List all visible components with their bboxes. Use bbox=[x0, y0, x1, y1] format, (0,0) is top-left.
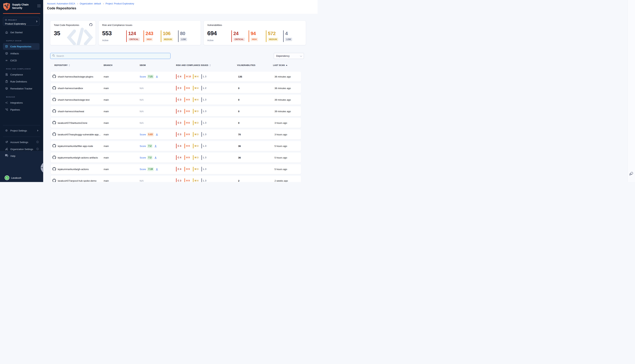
sidebar-item-project-settings[interactable]: ⚙ Project Settings bbox=[3, 127, 40, 134]
sidebar-item-integrations[interactable]: Integrations bbox=[3, 99, 40, 106]
table-row[interactable]: shash-harness/backstage-test main N/A C … bbox=[51, 95, 301, 105]
issues-cell: C 4H 9M 3L 3 bbox=[176, 164, 210, 174]
column-header-last-scan[interactable]: LAST SCAN bbox=[273, 64, 287, 66]
branch-cell: main bbox=[104, 164, 109, 174]
table-row[interactable]: tejakummarikuntla/filler-app-node main S… bbox=[51, 141, 301, 151]
download-sbom-icon[interactable] bbox=[156, 168, 158, 170]
high-issues-chip: H 8 bbox=[185, 109, 192, 114]
table-row[interactable]: tejakummarikuntla/gh-actions-artifacts m… bbox=[51, 152, 301, 162]
sidebar-item-get-started[interactable]: Get Started bbox=[3, 29, 40, 36]
repository-name[interactable]: shash-harness/sandbox bbox=[58, 87, 83, 90]
repository-name[interactable]: tejakummarikuntla/gh-actions-artifacts bbox=[58, 156, 98, 159]
branch-cell: main bbox=[104, 118, 109, 128]
sidebar-item-compliance[interactable]: Compliance bbox=[3, 71, 40, 78]
sbom-score-value: 7.2 bbox=[147, 144, 153, 148]
download-sbom-icon[interactable] bbox=[154, 156, 157, 159]
high-issues-chip: H 10 bbox=[185, 74, 192, 79]
table-row[interactable]: shash-harness/sandbox main N/A C 3H 8M 4… bbox=[51, 83, 301, 93]
repository-name[interactable]: shash-harness/shashwat bbox=[58, 110, 84, 113]
sidebar-item-code-repositories[interactable]: </> Code Repositories bbox=[3, 43, 40, 50]
artifacts-cube-icon bbox=[5, 52, 8, 55]
repository-name[interactable]: lavakush07/StarbucksClone bbox=[58, 122, 87, 124]
medium-issues-chip: M 4 bbox=[193, 86, 201, 90]
app-grid-icon[interactable] bbox=[37, 4, 41, 8]
sbom-na-value: N/A bbox=[140, 122, 144, 124]
breadcrumb-project-link[interactable]: Project: Product Exploratory bbox=[106, 2, 134, 5]
table-row[interactable]: lavakush07/StarbucksClone main N/A C 3H … bbox=[51, 118, 301, 128]
sbom-score-value: 7.19 bbox=[147, 167, 154, 171]
sbom-score-label[interactable]: Score bbox=[140, 75, 146, 78]
sbom-score-label[interactable]: Score bbox=[140, 133, 146, 136]
sbom-score-label[interactable]: Score bbox=[140, 156, 146, 159]
github-icon bbox=[52, 109, 56, 114]
high-issues-chip: H 9 bbox=[185, 97, 192, 102]
repository-name[interactable]: lavakush07/easybuggy-vulnerable-app... bbox=[58, 133, 101, 136]
table-row[interactable]: lavakush07/easybuggy-vulnerable-app... m… bbox=[51, 130, 301, 140]
low-issues-chip: L 3 bbox=[201, 120, 209, 125]
issues-cell: C 3H 8M 3L 3 bbox=[176, 118, 210, 128]
page-title: Code Repositories bbox=[47, 6, 318, 10]
repository-name[interactable]: lavakush07/argocd-hub-spoke-demo bbox=[58, 180, 97, 182]
home-icon bbox=[5, 31, 8, 34]
table-row[interactable]: tejakummarikuntla/gh-actions main Score7… bbox=[51, 164, 301, 174]
vulnerability-count: 36 bbox=[238, 152, 241, 162]
sidebar-item-remediation-tracker[interactable]: Remediation Tracker bbox=[3, 85, 40, 92]
repository-name[interactable]: tejakummarikuntla/filler-app-node bbox=[58, 145, 93, 148]
medium-issues-chip: M 3 bbox=[193, 144, 201, 148]
sidebar-item-pipelines[interactable]: Pipelines bbox=[3, 106, 40, 113]
sbom-cell: N/A bbox=[140, 118, 144, 128]
download-sbom-icon[interactable] bbox=[156, 133, 158, 136]
column-header-sbom[interactable]: SBOM bbox=[140, 64, 146, 66]
medium-issues-chip: M 3 bbox=[193, 155, 201, 160]
info-icon[interactable]: ⓘ bbox=[36, 140, 39, 144]
sbom-na-value: N/A bbox=[140, 87, 144, 90]
severity-badge: MEDIUM bbox=[268, 38, 278, 41]
column-header-issues[interactable]: RISK AND COMPLIANCE ISSUES bbox=[176, 64, 211, 66]
table-row[interactable]: shash-harness/shashwat main N/A C 3H 8M … bbox=[51, 106, 301, 116]
download-sbom-icon[interactable] bbox=[154, 145, 157, 147]
repository-name[interactable]: tejakummarikuntla/gh-actions bbox=[58, 168, 89, 170]
github-icon bbox=[52, 74, 56, 79]
vulnerability-count: 2 bbox=[238, 176, 239, 182]
user-name: Lavakush bbox=[11, 176, 21, 179]
column-header-vulnerabilities[interactable]: VULNERABILITIES bbox=[237, 64, 255, 66]
column-header-branch[interactable]: BRANCH bbox=[104, 64, 113, 66]
clipboard-check-icon bbox=[5, 80, 8, 83]
sidebar-item-artifacts[interactable]: Artifacts bbox=[3, 50, 40, 57]
filter-dropdown[interactable]: Dependency bbox=[274, 53, 304, 59]
help-chat-icon: ? bbox=[5, 154, 8, 158]
project-selector[interactable]: PROJECT Product Exploratory bbox=[3, 17, 40, 26]
sbom-score-label[interactable]: Score bbox=[140, 145, 146, 148]
vulnerability-count: 135 bbox=[238, 72, 242, 82]
sidebar-item-rule-definitions[interactable]: Rule Definitions bbox=[3, 78, 40, 85]
repository-name[interactable]: shash-harness/backstage-test bbox=[58, 98, 90, 101]
sbom-score-value: 7.2 bbox=[147, 156, 153, 160]
download-sbom-icon[interactable] bbox=[156, 75, 158, 78]
repository-name[interactable]: shash-harness/backstage-plugins bbox=[58, 75, 93, 78]
branch-cell: main bbox=[104, 176, 109, 182]
code-repository-icon: </> bbox=[5, 45, 8, 48]
last-scan: 36 minutes ago bbox=[275, 83, 291, 93]
info-icon[interactable]: ⓘ bbox=[36, 148, 39, 151]
sidebar-item-account-settings[interactable]: Account Settings ⓘ bbox=[3, 139, 40, 146]
sidebar-item-cicd[interactable]: ∞ CI/CD bbox=[3, 57, 40, 64]
last-scan: 36 minutes ago bbox=[275, 72, 291, 82]
breadcrumb-account-link[interactable]: Account: Automation-SSCA bbox=[47, 2, 75, 5]
github-icon bbox=[52, 156, 56, 160]
search-input[interactable] bbox=[57, 54, 169, 57]
sidebar-item-help[interactable]: ? Help bbox=[0, 151, 43, 158]
column-header-repository[interactable]: REPOSITORY bbox=[54, 64, 70, 66]
critical-issues-chip: C 3 bbox=[176, 109, 184, 114]
section-label-risk-compliance: RISK AND COMPLIANCE bbox=[0, 68, 43, 70]
sidebar: Supply Chain Security PROJECT bbox=[0, 0, 43, 182]
table-row[interactable]: shash-harness/backstage-plugins main Sco… bbox=[51, 72, 301, 82]
low-issues-chip: L 2 bbox=[201, 86, 209, 90]
table-row[interactable]: lavakush07/argocd-hub-spoke-demo main N/… bbox=[51, 176, 301, 182]
user-menu[interactable]: L Lavakush bbox=[5, 176, 21, 180]
project-name: Product Exploratory bbox=[5, 22, 38, 25]
high-issues-chip: H 8 bbox=[185, 120, 192, 125]
branch-cell: main bbox=[104, 95, 109, 105]
breadcrumb-organization-link[interactable]: Organization: default bbox=[80, 2, 101, 5]
sbom-score-label[interactable]: Score bbox=[140, 168, 146, 170]
card-title: Total Code Repositories bbox=[54, 24, 79, 26]
